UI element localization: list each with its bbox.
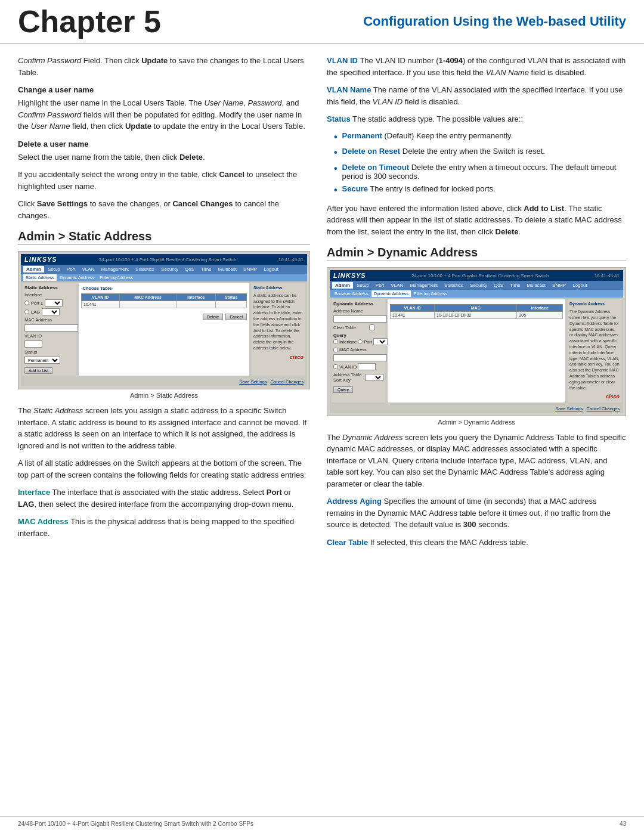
vlan-check[interactable] — [333, 364, 338, 369]
subnav-filtering[interactable]: Filtering Address — [97, 274, 135, 281]
nav2-management[interactable]: Management — [407, 282, 441, 289]
lag-label: LAG — [31, 309, 40, 315]
nav2-snmp[interactable]: SNMP — [549, 282, 569, 289]
nav2-logout[interactable]: Logout — [569, 282, 590, 289]
save-settings-link[interactable]: Save Settings — [239, 379, 267, 385]
lag-radio[interactable] — [24, 309, 29, 314]
nav-multicast[interactable]: Multicast — [215, 266, 240, 272]
nav-statistics[interactable]: Statistics — [132, 266, 157, 272]
nav-vlan[interactable]: VLAN — [79, 266, 97, 272]
change-user-heading: Change a user name — [18, 85, 310, 94]
row-vlanid: 10.441 — [82, 301, 120, 308]
addr-name-input[interactable] — [333, 315, 387, 323]
delete-btn[interactable]: Delete — [203, 314, 223, 320]
intro-paragraph: Confirm Password Field. Then click Updat… — [18, 55, 310, 78]
dcol-interface: Interface — [517, 305, 563, 312]
nav-admin[interactable]: Admin — [23, 266, 44, 272]
linksys-header-dynamic: LINKSYS 24-port 10/100 + 4 Port Gigabit … — [330, 270, 623, 281]
vlanid-input[interactable] — [24, 340, 42, 348]
nav-port[interactable]: Port — [64, 266, 79, 272]
save-settings-link-dynamic[interactable]: Save Settings — [555, 406, 583, 411]
bullet-permanent: • Permanent (Default) Keep the entry per… — [327, 131, 626, 144]
bullet-delete-timeout: • Delete on Timeout Delete the entry whe… — [327, 163, 626, 181]
page-header: Chapter 5 Configuration Using the Web-ba… — [0, 0, 644, 44]
nav-setup[interactable]: Setup — [45, 266, 63, 272]
query-btn[interactable]: Query — [333, 386, 353, 393]
status-entry: Status The static address type. The poss… — [327, 113, 626, 125]
bullet-list: • Permanent (Default) Keep the entry per… — [327, 131, 626, 197]
content-wrapper: Confirm Password Field. Then click Updat… — [0, 44, 644, 554]
cancel-changes-link-dynamic[interactable]: Cancel Changes — [587, 406, 620, 411]
change-user-para: Highlight the user name in the Local Use… — [18, 97, 310, 132]
clear-table-entry: Clear Table If selected, this clears the… — [327, 537, 626, 549]
cisco-logo: cisco — [253, 354, 304, 361]
left-column: Confirm Password Field. Then click Updat… — [18, 55, 310, 554]
nav2-setup[interactable]: Setup — [354, 282, 372, 289]
right-column: VLAN ID The VLAN ID number (1-4094) of t… — [327, 55, 626, 554]
add-to-list-btn[interactable]: Add to List — [24, 367, 52, 374]
linksys-ui-static: LINKSYS 24-port 10/100 + 4 Port Gigabit … — [18, 252, 309, 389]
nav2-vlan[interactable]: VLAN — [388, 282, 406, 289]
static-desc1: The Static Address screen lets you assig… — [18, 405, 310, 451]
linksys-footer-static: Save Settings Cancel Changes — [21, 377, 307, 386]
chapter-subtitle: Configuration Using the Web-based Utilit… — [161, 14, 626, 29]
admin-dynamic-title: Admin > Dynamic Address — [327, 246, 626, 261]
dynamic-caption: Admin > Dynamic Address — [327, 419, 626, 426]
nav2-statistics[interactable]: Statistics — [441, 282, 466, 289]
mac-entry: MAC Address This is the physical address… — [18, 516, 310, 539]
status-select[interactable]: Permanent — [24, 357, 60, 364]
linksys-left-panel-dynamic: Dynamic Address Address Name filter Clea… — [332, 299, 385, 402]
nav2-qos[interactable]: QoS — [491, 282, 506, 289]
nav-qos[interactable]: QoS — [182, 266, 197, 272]
nav2-port[interactable]: Port — [373, 282, 388, 289]
linksys-main-panel-dynamic: VLAN ID MAC Interface 10.441 10-10-10-10… — [388, 299, 565, 402]
linksys-nav: Admin Setup Port VLAN Management Statist… — [21, 265, 307, 274]
port-r[interactable] — [358, 339, 363, 344]
vlanname-entry: VLAN Name The name of the VLAN associate… — [327, 84, 626, 107]
linksys-header: LINKSYS 24-port 10/100 + 4 Port Gigabit … — [21, 254, 307, 265]
nav2-admin[interactable]: Admin — [332, 282, 353, 289]
cancel-btn[interactable]: Cancel — [225, 314, 247, 320]
dynamic-table-row: 10.441 10-10-10-10-10-32 205 — [391, 312, 563, 319]
mac-check[interactable] — [333, 348, 338, 352]
subnav-static[interactable]: Static Address — [23, 274, 57, 281]
linksys-logo: LINKSYS — [24, 256, 57, 263]
nav-management[interactable]: Management — [98, 266, 132, 272]
lag-select[interactable] — [42, 308, 60, 315]
subnav-dynamic[interactable]: Dynamic Address — [57, 274, 97, 281]
sort-select[interactable] — [365, 374, 383, 381]
linksys-id: 16:41:45:41 — [278, 257, 304, 262]
mac-query-input[interactable] — [333, 354, 387, 361]
port-radio[interactable] — [24, 301, 29, 305]
subnav2-dynamic[interactable]: Dynamic Address — [371, 290, 411, 297]
delete-user-para1: Select the user name from the table, the… — [18, 151, 310, 163]
static-caption: Admin > Static Address — [18, 392, 310, 399]
delete-user-heading: Delete a user name — [18, 140, 310, 148]
subnav2-filtering[interactable]: Filtering Address — [411, 290, 450, 297]
footer-left: 24/48-Port 10/100 + 4-Port Gigabit Resil… — [18, 820, 253, 827]
vlan-query-input[interactable] — [358, 363, 376, 370]
iface-port-sel[interactable] — [373, 338, 388, 345]
cancel-changes-link[interactable]: Cancel Changes — [271, 379, 304, 385]
col-vlanid: VLAN ID — [82, 294, 120, 301]
port-label: Port 1 — [31, 301, 43, 306]
clear-table-checkbox[interactable] — [369, 324, 375, 330]
nav-logout[interactable]: Logout — [261, 266, 281, 272]
port-select[interactable] — [45, 299, 63, 306]
nav-security[interactable]: Security — [158, 266, 181, 272]
nav2-security[interactable]: Security — [467, 282, 490, 289]
iface-check[interactable] — [333, 339, 338, 344]
linksys-subnav: Static Address Dynamic Address Filtering… — [21, 274, 307, 281]
nav-snmp[interactable]: SNMP — [240, 266, 260, 272]
drow-iface: 205 — [517, 312, 563, 319]
subnav2-browser[interactable]: Browser Address — [332, 290, 371, 297]
bullet-delete-reset: • Delete on Reset Delete the entry when … — [327, 147, 626, 159]
nav2-time[interactable]: Time — [507, 282, 523, 289]
static-table: VLAN ID MAC Address Interface Status 10.… — [81, 293, 247, 308]
after-entry-para: After you have entered the information l… — [327, 203, 626, 238]
mac-input[interactable] — [24, 324, 78, 332]
nav-time[interactable]: Time — [198, 266, 214, 272]
nav2-multicast[interactable]: Multicast — [524, 282, 549, 289]
chapter-title: Chapter 5 — [18, 6, 161, 37]
linksys-body-dynamic: Dynamic Address Address Name filter Clea… — [330, 298, 623, 404]
